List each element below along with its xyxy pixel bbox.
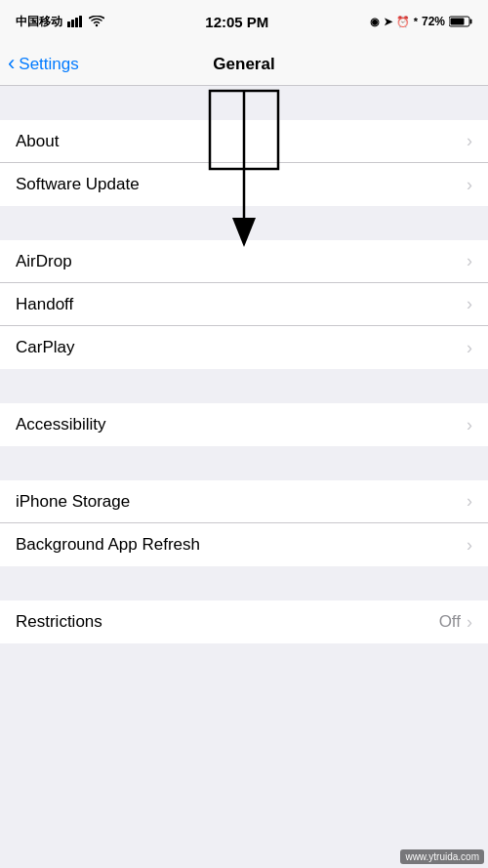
carrier-text: 中国移动 xyxy=(16,14,62,30)
watermark: www.ytruida.com xyxy=(400,849,484,864)
back-label[interactable]: Settings xyxy=(19,55,78,74)
settings-content: About › Software Update › AirDrop › Hand… xyxy=(0,86,488,643)
about-chevron-icon: › xyxy=(467,131,472,151)
settings-group-5: Restrictions Off › xyxy=(0,600,488,643)
carplay-chevron-icon: › xyxy=(467,338,472,358)
accessibility-right: › xyxy=(467,415,472,435)
restrictions-row[interactable]: Restrictions Off › xyxy=(0,600,488,643)
svg-rect-6 xyxy=(450,19,464,25)
carplay-row[interactable]: CarPlay › xyxy=(0,326,488,369)
battery-text: 72% xyxy=(422,15,445,28)
software-update-row[interactable]: Software Update › xyxy=(0,163,488,206)
about-right: › xyxy=(467,131,472,151)
svg-rect-3 xyxy=(79,16,82,27)
arrow-icon: ➤ xyxy=(384,16,392,28)
section-gap-5 xyxy=(0,566,488,600)
section-gap-2 xyxy=(0,206,488,240)
navigation-bar: ‹ Settings General xyxy=(0,43,488,86)
about-row[interactable]: About › xyxy=(0,120,488,163)
status-bar: 中国移动 12:05 PM ◉ ➤ ⏰ * 72% xyxy=(0,0,488,43)
status-right: ◉ ➤ ⏰ * 72% xyxy=(370,15,472,28)
background-app-refresh-right: › xyxy=(467,535,472,556)
location-icon: ◉ xyxy=(370,16,380,28)
iphone-storage-label: iPhone Storage xyxy=(16,492,130,512)
status-time: 12:05 PM xyxy=(205,14,268,30)
wifi-icon xyxy=(89,16,104,27)
section-gap-4 xyxy=(0,446,488,480)
settings-group-3: Accessibility › xyxy=(0,403,488,446)
accessibility-label: Accessibility xyxy=(16,415,106,434)
back-chevron-icon: ‹ xyxy=(8,53,15,74)
back-button[interactable]: ‹ Settings xyxy=(8,55,79,74)
settings-group-4: iPhone Storage › Background App Refresh … xyxy=(0,480,488,566)
section-gap-3 xyxy=(0,369,488,403)
settings-group-2: AirDrop › Handoff › CarPlay › xyxy=(0,240,488,369)
iphone-storage-right: › xyxy=(467,491,472,512)
page-title: General xyxy=(213,55,274,74)
accessibility-chevron-icon: › xyxy=(467,415,472,435)
background-app-refresh-row[interactable]: Background App Refresh › xyxy=(0,523,488,566)
carplay-label: CarPlay xyxy=(16,338,74,357)
handoff-label: Handoff xyxy=(16,295,73,314)
background-app-refresh-label: Background App Refresh xyxy=(16,535,200,555)
handoff-row[interactable]: Handoff › xyxy=(0,283,488,326)
airdrop-chevron-icon: › xyxy=(467,251,472,271)
software-update-label: Software Update xyxy=(16,175,140,194)
about-label: About xyxy=(16,132,59,151)
svg-rect-1 xyxy=(71,20,74,27)
software-update-right: › xyxy=(467,175,472,195)
iphone-storage-row[interactable]: iPhone Storage › xyxy=(0,480,488,523)
svg-rect-0 xyxy=(67,21,70,27)
restrictions-label: Restrictions xyxy=(16,612,102,632)
restrictions-value: Off xyxy=(439,612,461,632)
section-gap-top xyxy=(0,86,488,120)
carplay-right: › xyxy=(467,338,472,358)
airdrop-label: AirDrop xyxy=(16,252,72,271)
battery-icon xyxy=(449,16,472,27)
svg-rect-2 xyxy=(75,18,78,27)
iphone-storage-chevron-icon: › xyxy=(467,491,472,512)
restrictions-chevron-icon: › xyxy=(467,612,472,633)
airdrop-right: › xyxy=(467,251,472,271)
accessibility-row[interactable]: Accessibility › xyxy=(0,403,488,446)
status-left: 中国移动 xyxy=(16,14,104,30)
handoff-right: › xyxy=(467,294,472,314)
software-update-chevron-icon: › xyxy=(467,175,472,195)
handoff-chevron-icon: › xyxy=(467,294,472,314)
background-app-refresh-chevron-icon: › xyxy=(467,535,472,556)
restrictions-right: Off › xyxy=(439,612,472,633)
bluetooth-icon: * xyxy=(414,16,418,27)
svg-rect-5 xyxy=(469,20,471,24)
settings-group-1: About › Software Update › xyxy=(0,120,488,206)
signal-icon xyxy=(67,16,84,27)
alarm-icon: ⏰ xyxy=(396,16,410,28)
airdrop-row[interactable]: AirDrop › xyxy=(0,240,488,283)
